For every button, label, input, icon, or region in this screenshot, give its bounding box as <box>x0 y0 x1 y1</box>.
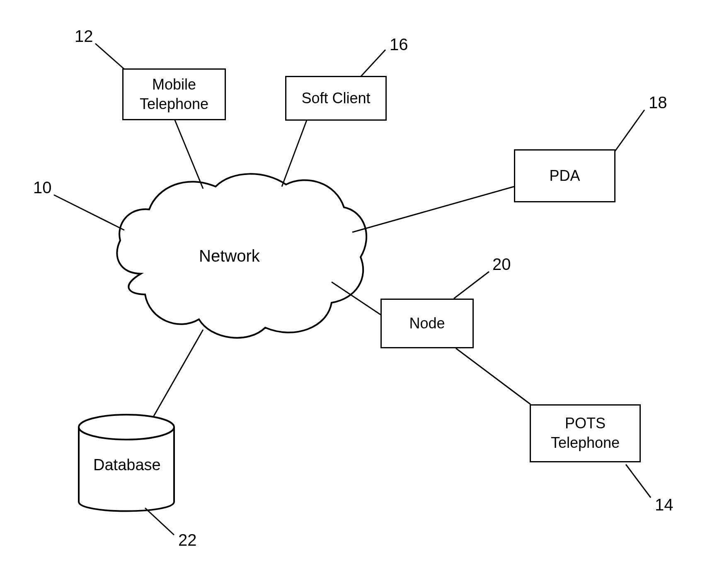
database-label: Database <box>93 456 161 474</box>
refline-20 <box>454 272 489 299</box>
ref-18: 18 <box>649 93 667 112</box>
ref-16: 16 <box>390 35 408 54</box>
soft-client-text: Soft Client <box>301 89 370 108</box>
ref-14: 14 <box>655 496 674 514</box>
line-mobile-to-network <box>174 118 203 189</box>
ref-20: 20 <box>492 255 511 274</box>
mobile-telephone-text: Mobile Telephone <box>140 75 208 114</box>
line-node-to-pots <box>456 348 531 404</box>
soft-client-box: Soft Client <box>285 76 387 121</box>
node-box: Node <box>380 299 474 348</box>
refline-14 <box>626 464 651 498</box>
node-text: Node <box>409 314 445 333</box>
mobile-telephone-box: Mobile Telephone <box>122 68 226 120</box>
ref-12: 12 <box>75 27 93 46</box>
refline-22 <box>145 508 174 535</box>
refline-10 <box>54 195 124 230</box>
line-softclient-to-network <box>282 120 307 187</box>
line-pda-to-network <box>352 187 514 232</box>
refline-16 <box>361 50 385 77</box>
line-database-to-network <box>153 330 203 417</box>
ref-22: 22 <box>178 531 197 549</box>
pots-telephone-box: POTS Telephone <box>530 404 641 462</box>
svg-point-0 <box>79 415 174 440</box>
network-label: Network <box>199 247 260 265</box>
pots-telephone-text: POTS Telephone <box>551 414 620 453</box>
pda-text: PDA <box>549 166 580 186</box>
ref-10: 10 <box>33 178 52 197</box>
refline-18 <box>613 110 644 153</box>
pda-box: PDA <box>514 149 615 202</box>
